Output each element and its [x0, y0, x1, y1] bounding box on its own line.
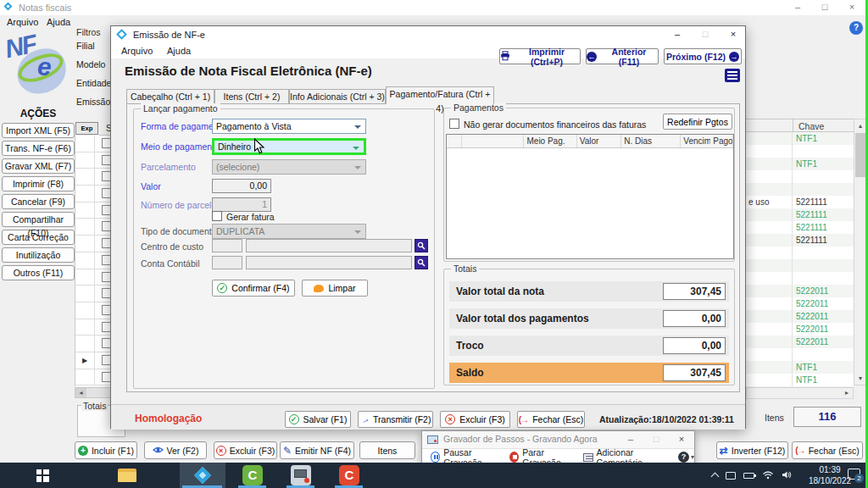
archive-icon[interactable]	[725, 69, 740, 82]
conta-contabil-code-input[interactable]	[212, 256, 242, 269]
limpar-button[interactable]: Limpar	[302, 280, 368, 297]
gerar-fatura-checkbox[interactable]	[212, 211, 222, 221]
centro-custo-desc-input[interactable]	[246, 239, 412, 252]
main-minimize-button[interactable]: –	[791, 1, 804, 14]
camtasia-taskbar-button[interactable]: C	[236, 463, 270, 488]
main-menu-arquivo[interactable]: Arquivo	[7, 17, 38, 27]
invoice-row[interactable]: e uso 5221111	[746, 196, 854, 208]
scrollbar-thumb[interactable]	[855, 133, 865, 177]
invoice-row[interactable]: NTF1	[746, 374, 854, 386]
recorder-close-button[interactable]: ×	[675, 433, 688, 446]
excluir-button[interactable]: × Excluir (F3)	[214, 441, 277, 459]
scroll-left-icon[interactable]: ◂	[75, 388, 86, 397]
sidebar-action-button[interactable]: Carta Correção	[2, 230, 75, 245]
main-close-button[interactable]: ×	[845, 1, 859, 14]
nao-gerar-docs-checkbox[interactable]	[449, 119, 459, 129]
sidebar-action-button[interactable]: Cancelar (F9)	[2, 194, 75, 209]
valor-input[interactable]: 0,00	[212, 179, 271, 193]
sidebar-action-button[interactable]: Import XML (F5)	[2, 123, 75, 138]
invoice-row[interactable]: NTF1	[746, 158, 854, 170]
invoice-row[interactable]	[746, 272, 854, 285]
meio-pagamento-select[interactable]: Dinheiro	[212, 138, 366, 155]
dialog-minimize-button[interactable]: –	[670, 28, 684, 42]
pagamentos-column-header[interactable]: N. Dias	[621, 135, 681, 147]
pagamentos-column-header[interactable]: Valor	[577, 135, 622, 147]
invoice-row[interactable]: 5222011	[746, 336, 854, 348]
forma-pagamento-select[interactable]: Pagamento à Vista	[212, 119, 366, 134]
imprimir-button[interactable]: Imprimir (Ctrl+P)	[499, 48, 581, 64]
invoice-row[interactable]: 5222011	[746, 310, 854, 323]
tab-itens[interactable]: Itens (Ctrl + 2)	[214, 89, 289, 104]
anterior-button[interactable]: ← Anterior (F11)	[586, 48, 659, 64]
scroll-down-icon[interactable]: ▾	[854, 372, 866, 385]
scroll-up-icon[interactable]: ▴	[854, 119, 866, 132]
centro-custo-search-button[interactable]	[415, 239, 428, 252]
tab-cabecalho[interactable]: Cabeçalho (Ctrl + 1)	[126, 89, 214, 104]
emitir-nf-button[interactable]: ✎ Emitir NF (F4)	[280, 441, 354, 459]
incluir-button[interactable]: + Incluir (F1)	[75, 441, 137, 459]
list-horizontal-scrollbar[interactable]: ▸	[746, 387, 854, 399]
invoice-row[interactable]	[746, 183, 854, 196]
sidebar-action-button[interactable]: Trans. NF-e (F6)	[2, 141, 75, 156]
tray-chevron-icon[interactable]	[711, 473, 720, 481]
file-explorer-button[interactable]	[106, 463, 148, 488]
invoice-row[interactable]: 5222011	[746, 285, 854, 297]
invoice-row[interactable]: 5221111	[746, 208, 854, 221]
fechar-dialog-button[interactable]: (→ Fechar (Esc)	[517, 411, 585, 428]
wifi-icon[interactable]	[762, 470, 774, 481]
salvar-button[interactable]: ✓ Salvar (F1)	[285, 411, 351, 428]
ver-button[interactable]: Ver (F2)	[144, 441, 207, 459]
recorder-minimize-button[interactable]: –	[624, 433, 637, 446]
battery-icon[interactable]	[743, 473, 754, 479]
grid-exp-header-button[interactable]: Exp	[75, 122, 98, 135]
sidebar-action-button[interactable]: Imprimir (F8)	[2, 176, 75, 191]
confirmar-button[interactable]: ✓ Confirmar (F4)	[212, 280, 295, 297]
invoice-row[interactable]: 5221111	[746, 234, 854, 247]
pagamentos-column-header[interactable]: Vencimento	[681, 135, 710, 147]
tab-info-adicionais[interactable]: Info Adicionais (Ctrl + 3)	[289, 89, 386, 104]
red-app-taskbar-button[interactable]: C	[332, 463, 366, 488]
invoice-row[interactable]	[746, 247, 854, 259]
main-menu-ajuda[interactable]: Ajuda	[47, 17, 70, 27]
fechar-button[interactable]: (→ Fechar (Esc)	[792, 441, 863, 459]
scroll-right-icon[interactable]: ▸	[841, 388, 853, 398]
excluir-dialog-button[interactable]: × Excluir (F3)	[440, 411, 510, 428]
proximo-button[interactable]: Próximo (F12) →	[664, 48, 742, 64]
invoice-row[interactable]: 5221111	[746, 221, 854, 234]
invoice-row[interactable]: 5222011	[746, 297, 854, 310]
inverter-button[interactable]: ⇄ Inverter (F12)	[716, 441, 788, 459]
transmitir-button[interactable]: → Transmitir (F2)	[358, 411, 433, 428]
centro-custo-code-input[interactable]	[212, 239, 242, 252]
nfe-app-taskbar-button[interactable]	[180, 463, 225, 488]
pagamentos-column-header[interactable]: Meio Pag.	[524, 135, 576, 147]
invoice-row[interactable]	[746, 145, 854, 158]
tab-pagamento-fatura[interactable]: Pagamento/Fatura (Ctrl + 4)	[386, 86, 494, 104]
pagamentos-column-header[interactable]	[447, 135, 462, 147]
display-tray-icon[interactable]	[726, 472, 736, 480]
invoice-row[interactable]	[746, 348, 854, 361]
start-button[interactable]	[25, 463, 59, 488]
conta-contabil-desc-input[interactable]	[246, 256, 412, 269]
dialog-menu-arquivo[interactable]: Arquivo	[121, 46, 153, 56]
sidebar-action-button[interactable]: Compartilhar (F10)	[2, 212, 75, 227]
sidebar-action-button[interactable]: Gravar XML (F7)	[2, 158, 75, 174]
invoice-row[interactable]: NTF1	[746, 132, 854, 145]
chave-column-header[interactable]: Chave	[798, 121, 824, 131]
invoice-row[interactable]: 5222011	[746, 323, 854, 336]
redefinir-pgtos-button[interactable]: Redefinir Pgtos	[663, 114, 732, 130]
dialog-menu-ajuda[interactable]: Ajuda	[167, 46, 191, 56]
pagamentos-column-header[interactable]	[462, 135, 525, 147]
dialog-close-button[interactable]: ×	[726, 28, 740, 42]
invoice-row[interactable]: NTF1	[746, 361, 854, 374]
invoice-row[interactable]	[746, 259, 854, 272]
notification-center-icon[interactable]: 2	[848, 469, 860, 480]
itens-button[interactable]: Itens	[359, 441, 415, 459]
speaker-icon[interactable]	[782, 470, 793, 481]
conta-contabil-search-button[interactable]	[415, 256, 428, 269]
steps-recorder-taskbar-button[interactable]	[284, 463, 318, 488]
sidebar-action-button[interactable]: Inutilização	[2, 247, 75, 263]
invoice-row[interactable]	[746, 170, 854, 183]
sidebar-action-button[interactable]: Outros (F11)	[2, 265, 75, 280]
recorder-help-button[interactable]: ? ▾	[678, 452, 694, 463]
pagamentos-column-header[interactable]: Pago	[710, 135, 733, 147]
